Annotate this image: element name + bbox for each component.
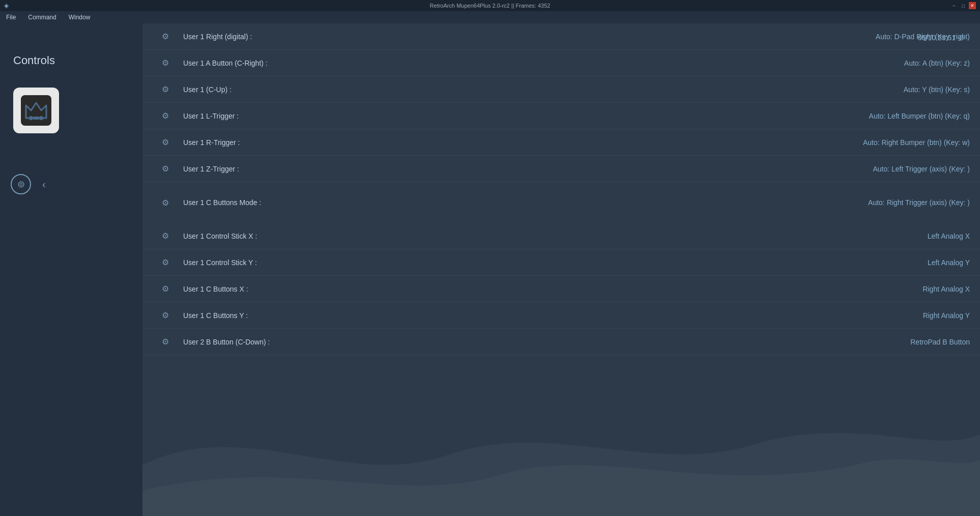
window-title: RetroArch Mupen64Plus 2.0-rc2 || Frames:…	[430, 3, 551, 9]
back-button[interactable]: ‹	[42, 179, 46, 190]
svg-point-2	[29, 116, 33, 120]
menu-command[interactable]: Command	[26, 13, 58, 22]
gear-icon-1: ⚙	[158, 58, 173, 68]
value-control-stick-y: Left Analog Y	[766, 259, 970, 267]
value-c-up: Auto: Y (btn) (Key: s)	[766, 85, 970, 94]
menu-window[interactable]: Window	[67, 13, 93, 22]
label-c-buttons-x: User 1 C Buttons X :	[173, 285, 766, 293]
maximize-button[interactable]: □	[960, 2, 967, 9]
close-button[interactable]: ✕	[969, 2, 976, 9]
row-c-buttons-y[interactable]: ⚙ User 1 C Buttons Y : Right Analog Y	[142, 302, 980, 329]
gear-icon-0: ⚙	[158, 32, 173, 41]
gear-icon-5: ⚙	[158, 164, 173, 174]
value-user2-b-button: RetroPad B Button	[766, 338, 970, 346]
row-c-up[interactable]: ⚙ User 1 (C-Up) : Auto: Y (btn) (Key: s)	[142, 76, 980, 103]
app-icon: ◈	[4, 2, 12, 10]
gear-icon-4: ⚙	[158, 137, 173, 147]
value-a-button: Auto: A (btn) (Key: z)	[766, 59, 970, 67]
label-a-button: User 1 A Button (C-Right) :	[173, 59, 766, 67]
gear-icon-8: ⚙	[158, 284, 173, 294]
value-c-buttons-x: Right Analog X	[766, 285, 970, 293]
clock-icon: ⊙	[959, 34, 965, 42]
value-c-buttons-mode: Auto: Right Trigger (axis) (Key: )	[766, 198, 970, 207]
settings-rows: ⚙ User 1 Right (digital) : Auto: D-Pad R…	[142, 23, 980, 355]
label-control-stick-y: User 1 Control Stick Y :	[173, 259, 766, 267]
label-z-trigger: User 1 Z-Trigger :	[173, 165, 766, 173]
gear-icon-10: ⚙	[158, 337, 173, 347]
title-bar: ◈ RetroArch Mupen64Plus 2.0-rc2 || Frame…	[0, 0, 980, 11]
label-user2-b-button: User 2 B Button (C-Down) :	[173, 338, 766, 346]
window-controls: − □ ✕	[950, 2, 976, 9]
value-c-buttons-y: Right Analog Y	[766, 311, 970, 320]
game-icon	[13, 88, 59, 133]
value-control-stick-x: Left Analog X	[766, 232, 970, 240]
gear-icon-mode: ⚙	[158, 198, 173, 208]
row-right-digital[interactable]: ⚙ User 1 Right (digital) : Auto: D-Pad R…	[142, 23, 980, 50]
sidebar-title: Controls	[13, 54, 55, 67]
gear-icon-7: ⚙	[158, 257, 173, 267]
label-r-trigger: User 1 R-Trigger :	[173, 138, 766, 147]
controls-icon: ⊚	[11, 174, 31, 194]
row-user2-b-button[interactable]: ⚙ User 2 B Button (C-Down) : RetroPad B …	[142, 329, 980, 355]
row-c-buttons-x[interactable]: ⚙ User 1 C Buttons X : Right Analog X	[142, 276, 980, 302]
label-l-trigger: User 1 L-Trigger :	[173, 112, 766, 120]
value-z-trigger: Auto: Left Trigger (axis) (Key: )	[766, 165, 970, 173]
minimize-button[interactable]: −	[950, 2, 958, 9]
label-c-buttons-mode: User 1 C Buttons Mode :	[173, 198, 766, 207]
label-c-up: User 1 (C-Up) :	[173, 85, 766, 94]
row-r-trigger[interactable]: ⚙ User 1 R-Trigger : Auto: Right Bumper …	[142, 129, 980, 156]
content-area: 05/10 23:51 ⊙ ⚙ User 1 Right (digital) :…	[142, 23, 980, 516]
value-l-trigger: Auto: Left Bumper (btn) (Key: q)	[766, 112, 970, 120]
gear-icon-6: ⚙	[158, 231, 173, 241]
gear-icon-2: ⚙	[158, 84, 173, 94]
row-z-trigger[interactable]: ⚙ User 1 Z-Trigger : Auto: Left Trigger …	[142, 156, 980, 182]
timestamp-text: 05/10 23:51	[918, 34, 956, 42]
row-l-trigger[interactable]: ⚙ User 1 L-Trigger : Auto: Left Bumper (…	[142, 103, 980, 129]
row-c-buttons-mode[interactable]: ⚙ User 1 C Buttons Mode : Auto: Right Tr…	[142, 182, 980, 223]
svg-rect-4	[33, 117, 39, 120]
label-control-stick-x: User 1 Control Stick X :	[173, 232, 766, 240]
controls-nav: ⊚ ‹	[11, 174, 56, 194]
row-control-stick-y[interactable]: ⚙ User 1 Control Stick Y : Left Analog Y	[142, 249, 980, 276]
main-layout: Controls ⊚ ‹ 05/10 23:51 ⊙	[0, 23, 980, 516]
timestamp-area: 05/10 23:51 ⊙	[918, 34, 965, 42]
row-control-stick-x[interactable]: ⚙ User 1 Control Stick X : Left Analog X	[142, 223, 980, 249]
gear-icon-3: ⚙	[158, 111, 173, 121]
gear-icon-9: ⚙	[158, 310, 173, 320]
label-c-buttons-y: User 1 C Buttons Y :	[173, 311, 766, 320]
value-r-trigger: Auto: Right Bumper (btn) (Key: w)	[766, 138, 970, 147]
row-a-button[interactable]: ⚙ User 1 A Button (C-Right) : Auto: A (b…	[142, 50, 980, 76]
svg-point-3	[39, 116, 43, 120]
menu-bar: File Command Window	[0, 11, 980, 23]
sidebar: Controls ⊚ ‹	[0, 23, 142, 516]
label-right-digital: User 1 Right (digital) :	[173, 33, 766, 41]
menu-file[interactable]: File	[4, 13, 18, 22]
